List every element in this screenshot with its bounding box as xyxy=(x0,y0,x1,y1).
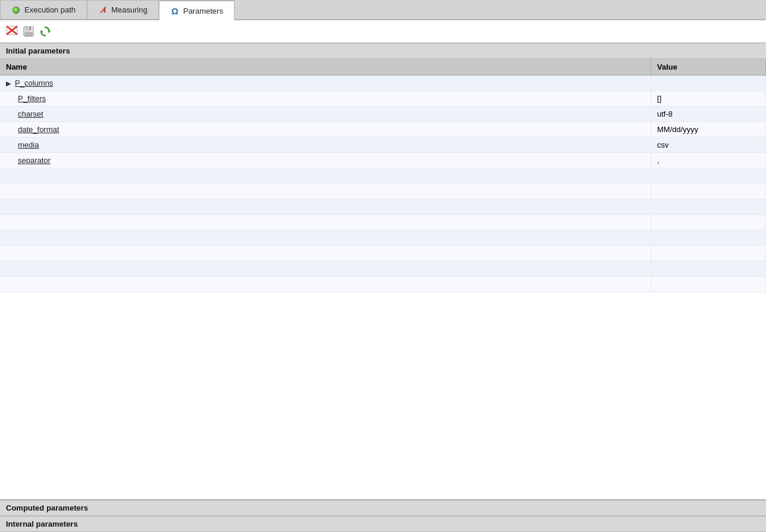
internal-parameters-header: Internal parameters xyxy=(0,516,766,532)
tab-execution-path-label: Execution path xyxy=(24,5,76,14)
svg-rect-5 xyxy=(25,32,32,36)
param-name-link[interactable]: P_columns xyxy=(15,79,53,87)
no-entry-button[interactable] xyxy=(5,24,19,39)
table-row[interactable]: P_filters[] xyxy=(0,91,766,107)
table-row[interactable]: ▶ P_columns xyxy=(0,76,766,91)
param-name-link[interactable]: charset xyxy=(18,109,43,118)
omega-icon: Ω xyxy=(170,6,180,15)
table-row[interactable]: date_formatMM/dd/yyyy xyxy=(0,122,766,137)
tab-execution-path[interactable]: Execution path xyxy=(0,0,87,19)
save-button[interactable] xyxy=(21,24,36,39)
refresh-button[interactable] xyxy=(38,24,52,39)
svg-rect-4 xyxy=(26,27,30,30)
refresh-icon xyxy=(39,26,51,37)
table-header-row: Name Value xyxy=(0,59,766,76)
parameters-table: Name Value ▶ P_columnsP_filters[]charset… xyxy=(0,59,766,292)
no-entry-icon xyxy=(6,26,18,37)
param-name-link[interactable]: media xyxy=(18,140,39,149)
tab-measuring-label: Measuring xyxy=(111,5,148,14)
table-row-empty xyxy=(0,215,766,230)
param-value: csv xyxy=(651,137,766,153)
param-value: MM/dd/yyyy xyxy=(651,122,766,137)
main-container: Execution path 𝐴 Measuring Ω Parameters xyxy=(0,0,766,532)
tab-measuring[interactable]: 𝐴 Measuring xyxy=(87,0,159,19)
expand-arrow[interactable]: ▶ xyxy=(6,80,12,87)
name-column-header: Name xyxy=(0,59,651,76)
table-row-empty xyxy=(0,261,766,277)
parameters-table-wrapper[interactable]: Name Value ▶ P_columnsP_filters[]charset… xyxy=(0,59,766,499)
param-value: utf-8 xyxy=(651,107,766,122)
measuring-icon: 𝐴 xyxy=(98,5,108,15)
param-value xyxy=(651,76,766,91)
toolbar xyxy=(0,20,766,43)
table-row[interactable]: mediacsv xyxy=(0,137,766,153)
table-row[interactable]: charsetutf-8 xyxy=(0,107,766,122)
save-icon xyxy=(23,26,35,37)
param-name-link[interactable]: P_filters xyxy=(18,94,46,103)
tab-bar: Execution path 𝐴 Measuring Ω Parameters xyxy=(0,0,766,20)
param-value: [] xyxy=(651,91,766,107)
tab-parameters-label: Parameters xyxy=(183,7,223,15)
param-name-link[interactable]: separator xyxy=(18,156,51,165)
tab-parameters[interactable]: Ω Parameters xyxy=(159,0,235,20)
table-row-empty xyxy=(0,199,766,215)
execution-path-icon xyxy=(11,5,21,15)
param-name-link[interactable]: date_format xyxy=(18,125,59,134)
table-row-empty xyxy=(0,246,766,261)
computed-parameters-header: Computed parameters xyxy=(0,499,766,516)
table-row[interactable]: separator, xyxy=(0,153,766,168)
table-row-empty xyxy=(0,184,766,199)
table-row-empty xyxy=(0,168,766,184)
table-row-empty xyxy=(0,277,766,292)
param-value: , xyxy=(651,153,766,168)
table-row-empty xyxy=(0,230,766,246)
value-column-header: Value xyxy=(651,59,766,76)
svg-rect-6 xyxy=(30,27,31,30)
initial-parameters-header: Initial parameters xyxy=(0,43,766,59)
